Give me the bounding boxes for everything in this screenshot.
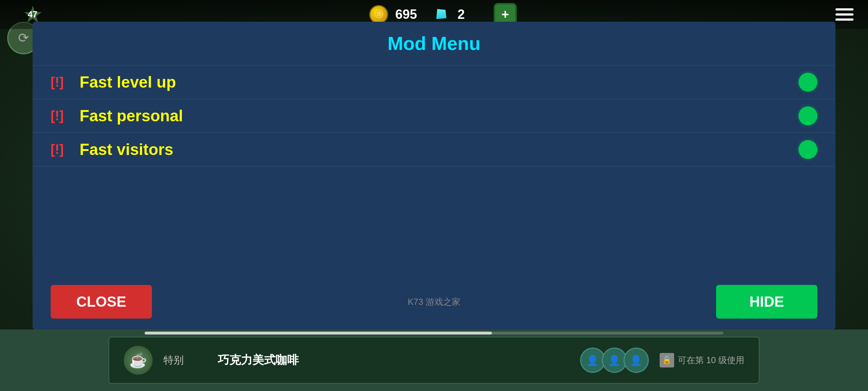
mod-item-fast-level-up[interactable]: [!] Fast level up bbox=[33, 65, 835, 99]
avatar-circles: 👤 👤 👤 bbox=[584, 348, 649, 373]
lock-area: 🔒 可在第 10 级使用 bbox=[660, 353, 744, 367]
toggle-fast-personal[interactable] bbox=[799, 106, 817, 125]
menu-bar-3 bbox=[835, 18, 854, 21]
mod-menu-items: [!] Fast level up [!] Fast personal [!] … bbox=[33, 62, 835, 278]
category-label: 特别 bbox=[163, 353, 207, 367]
mod-item-fast-personal[interactable]: [!] Fast personal bbox=[33, 99, 835, 133]
mod-menu-footer: CLOSE K73 游戏之家 HIDE bbox=[33, 278, 835, 329]
coin-icon: 🪙 bbox=[369, 5, 388, 24]
mod-item-prefix-3: [!] bbox=[51, 142, 72, 157]
bottom-area: ☕ 特别 巧克力美式咖啡 👤 👤 👤 🔒 可在第 10 级使用 bbox=[0, 329, 868, 391]
mod-item-prefix-2: [!] bbox=[51, 108, 72, 123]
diamond-shape bbox=[432, 5, 450, 24]
watermark: K73 游戏之家 bbox=[408, 296, 460, 308]
mod-menu-panel: Mod Menu [!] Fast level up [!] Fast pers… bbox=[33, 22, 835, 329]
toggle-fast-level-up[interactable] bbox=[799, 73, 817, 92]
product-icon: ☕ bbox=[124, 346, 153, 375]
product-name: 巧克力美式咖啡 bbox=[218, 352, 573, 368]
diamond-count: 2 bbox=[458, 7, 486, 22]
hide-button[interactable]: HIDE bbox=[716, 285, 817, 319]
lock-icon: 🔒 bbox=[660, 353, 674, 367]
mod-item-label-2: Fast personal bbox=[80, 107, 799, 125]
avatar-3: 👤 bbox=[624, 348, 649, 373]
bottom-panel: ☕ 特别 巧克力美式咖啡 👤 👤 👤 🔒 可在第 10 级使用 bbox=[109, 337, 760, 384]
mod-menu-header: Mod Menu bbox=[33, 22, 835, 62]
star-level: 47 bbox=[28, 9, 38, 20]
menu-bar-1 bbox=[835, 8, 854, 10]
mod-item-fast-visitors[interactable]: [!] Fast visitors bbox=[33, 133, 835, 167]
mod-item-label-3: Fast visitors bbox=[80, 140, 799, 159]
lock-label: 可在第 10 级使用 bbox=[678, 354, 744, 366]
mod-item-prefix-1: [!] bbox=[51, 75, 72, 90]
mod-menu-title: Mod Menu bbox=[387, 33, 480, 54]
hud-right bbox=[835, 8, 854, 21]
scroll-bar-thumb bbox=[145, 332, 492, 335]
watermark-text: K73 游戏之家 bbox=[408, 296, 460, 308]
close-button[interactable]: CLOSE bbox=[51, 285, 152, 319]
toggle-fast-visitors[interactable] bbox=[799, 140, 817, 159]
scroll-bar[interactable] bbox=[145, 332, 723, 335]
hamburger-menu-button[interactable] bbox=[835, 8, 854, 21]
coin-count: 695 bbox=[395, 7, 424, 22]
diamond-icon bbox=[431, 5, 450, 24]
mod-item-label-1: Fast level up bbox=[80, 73, 799, 91]
menu-bar-2 bbox=[835, 13, 854, 16]
